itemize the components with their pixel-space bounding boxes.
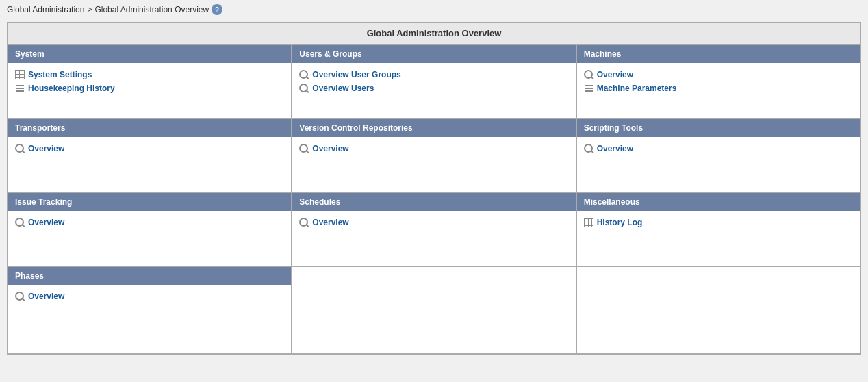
breadcrumb: Global Administration > Global Administr… [0, 0, 868, 19]
schedules-section: Schedules Overview [292, 192, 576, 266]
scripting-tools-body: Overview [577, 137, 860, 192]
schedules-overview-link[interactable]: Overview [299, 218, 568, 227]
version-control-body: Overview [292, 137, 575, 192]
page-title: Global Administration Overview [8, 23, 860, 44]
housekeeping-history-link[interactable]: Housekeeping History [15, 84, 284, 93]
system-settings-link[interactable]: System Settings [15, 70, 284, 79]
users-groups-body: Overview User Groups Overview Users [292, 63, 575, 118]
search-icon [299, 84, 309, 93]
search-icon [15, 292, 25, 301]
version-control-overview-label: Overview [312, 144, 348, 153]
version-control-overview-link[interactable]: Overview [299, 144, 568, 153]
issue-tracking-header: Issue Tracking [8, 193, 291, 211]
users-groups-header: Users & Groups [292, 45, 575, 63]
main-container: Global Administration Overview System Sy… [7, 22, 861, 355]
overview-users-link[interactable]: Overview Users [299, 84, 568, 93]
search-icon [584, 70, 593, 79]
overview-user-groups-label: Overview User Groups [312, 70, 400, 79]
system-body: System Settings Housekeeping History [8, 63, 291, 118]
scripting-overview-link[interactable]: Overview [584, 144, 853, 153]
miscellaneous-body: History Log [577, 211, 860, 266]
overview-user-groups-link[interactable]: Overview User Groups [299, 70, 568, 79]
transporters-header: Transporters [8, 119, 291, 137]
grid-icon [584, 218, 593, 227]
search-icon [15, 144, 25, 153]
transporters-overview-label: Overview [28, 144, 64, 153]
system-header: System [8, 45, 291, 63]
grid-icon [15, 70, 25, 79]
grid-row-2: Transporters Overview Version Control Re… [8, 118, 860, 192]
overview-grid: System System Settings Housekeeping Hist… [8, 44, 860, 354]
issue-tracking-body: Overview [8, 211, 291, 266]
version-control-header: Version Control Repositories [292, 119, 575, 137]
issue-tracking-overview-link[interactable]: Overview [15, 218, 284, 227]
schedules-overview-label: Overview [312, 218, 348, 227]
grid-row-4: Phases Overview [8, 266, 860, 354]
breadcrumb-root: Global Administration [7, 5, 84, 14]
issue-tracking-section: Issue Tracking Overview [8, 192, 292, 266]
empty-cell-2 [576, 266, 860, 354]
miscellaneous-header: Miscellaneous [577, 193, 860, 211]
machine-parameters-label: Machine Parameters [597, 84, 677, 93]
history-log-label: History Log [597, 218, 643, 227]
phases-header: Phases [8, 267, 291, 285]
search-icon [299, 218, 309, 227]
search-icon [584, 144, 593, 153]
transporters-body: Overview [8, 137, 291, 192]
list-icon [15, 84, 25, 93]
grid-row-1: System System Settings Housekeeping Hist… [8, 44, 860, 118]
help-icon[interactable]: ? [212, 4, 222, 15]
transporters-overview-link[interactable]: Overview [15, 144, 284, 153]
system-settings-label: System Settings [28, 70, 92, 79]
search-icon [299, 70, 309, 79]
list-icon [584, 84, 593, 93]
phases-overview-link[interactable]: Overview [15, 292, 284, 301]
miscellaneous-section: Miscellaneous History Log [576, 192, 860, 266]
schedules-body: Overview [292, 211, 575, 266]
search-icon [15, 218, 25, 227]
system-section: System System Settings Housekeeping Hist… [8, 44, 292, 118]
grid-row-3: Issue Tracking Overview Schedules Overvi… [8, 192, 860, 266]
breadcrumb-separator: > [87, 5, 92, 14]
empty-cell-1 [292, 266, 576, 354]
history-log-link[interactable]: History Log [584, 218, 853, 227]
housekeeping-history-label: Housekeeping History [28, 84, 115, 93]
overview-users-label: Overview Users [312, 84, 374, 93]
machines-body: Overview Machine Parameters [577, 63, 860, 118]
users-groups-section: Users & Groups Overview User Groups Over… [292, 44, 576, 118]
machine-parameters-link[interactable]: Machine Parameters [584, 84, 853, 93]
version-control-section: Version Control Repositories Overview [292, 118, 576, 192]
transporters-section: Transporters Overview [8, 118, 292, 192]
phases-section: Phases Overview [8, 266, 292, 354]
schedules-header: Schedules [292, 193, 575, 211]
phases-body: Overview [8, 285, 291, 353]
machines-header: Machines [577, 45, 860, 63]
machines-overview-link[interactable]: Overview [584, 70, 853, 79]
issue-tracking-overview-label: Overview [28, 218, 64, 227]
machines-overview-label: Overview [597, 70, 633, 79]
scripting-tools-header: Scripting Tools [577, 119, 860, 137]
scripting-tools-section: Scripting Tools Overview [576, 118, 860, 192]
scripting-overview-label: Overview [597, 144, 633, 153]
search-icon [299, 144, 309, 153]
machines-section: Machines Overview Machine Parameters [576, 44, 860, 118]
breadcrumb-current: Global Administration Overview [94, 5, 209, 14]
phases-overview-label: Overview [28, 292, 64, 301]
